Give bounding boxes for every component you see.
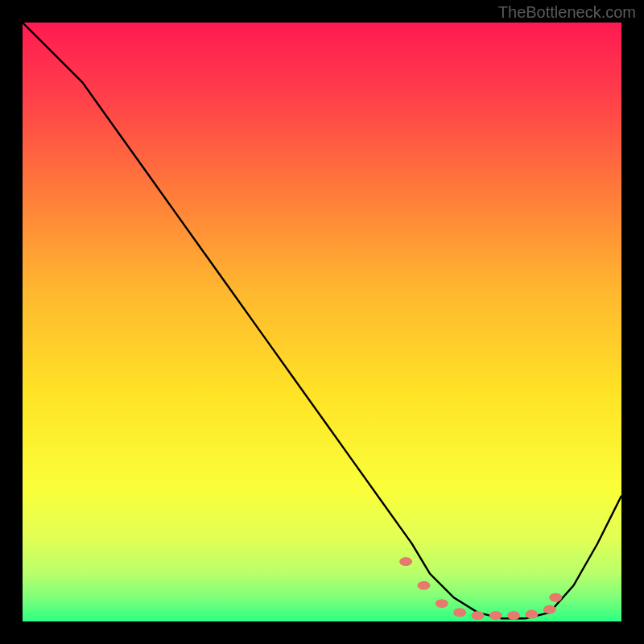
marker-dot bbox=[549, 593, 562, 602]
marker-dot bbox=[525, 610, 538, 619]
marker-dot bbox=[489, 611, 502, 620]
bottleneck-chart bbox=[23, 23, 621, 621]
marker-dot bbox=[471, 611, 484, 620]
gradient-background bbox=[23, 23, 621, 621]
marker-dot bbox=[417, 581, 430, 590]
marker-dot bbox=[453, 608, 466, 617]
watermark-text: TheBottleneck.com bbox=[498, 3, 636, 22]
marker-dot bbox=[436, 599, 448, 608]
marker-dot bbox=[399, 557, 412, 566]
marker-dot bbox=[543, 605, 556, 614]
marker-dot bbox=[507, 611, 520, 620]
chart-plot-area bbox=[23, 23, 621, 621]
